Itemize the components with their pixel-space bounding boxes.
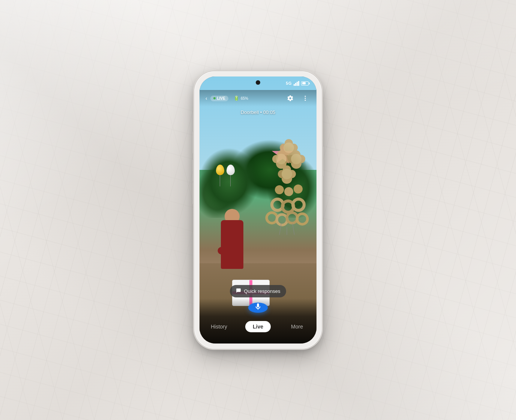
battery-fill <box>302 82 306 84</box>
battery-tip <box>309 82 310 84</box>
quick-responses-label: Quick responses <box>244 288 280 294</box>
tab-live-pill: Live <box>245 321 271 332</box>
signal-strength <box>294 81 299 86</box>
phone-body: ★ <box>194 71 322 349</box>
settings-button[interactable] <box>285 93 296 104</box>
tab-live[interactable]: Live <box>238 319 278 334</box>
live-indicator-dot <box>213 97 216 99</box>
svg-point-21 <box>275 185 284 194</box>
tab-live-label: Live <box>253 324 263 330</box>
navigation-tabs: History Live More <box>200 319 316 334</box>
tab-history[interactable]: History <box>200 321 238 332</box>
app-battery-status: 🔋 65% <box>234 96 248 101</box>
signal-bar-1 <box>294 84 295 86</box>
person-body <box>221 220 243 269</box>
live-label: LIVE <box>217 96 225 100</box>
header-left: ‹ LIVE 🔋 65% <box>206 95 248 101</box>
signal-bar-4 <box>298 81 299 86</box>
header-right <box>285 93 310 104</box>
svg-point-22 <box>284 187 293 196</box>
live-badge: LIVE <box>210 96 228 101</box>
phone-mockup: ★ <box>194 71 322 349</box>
quick-responses-icon <box>236 288 241 294</box>
tab-history-label: History <box>211 324 227 330</box>
tab-more[interactable]: More <box>278 321 316 332</box>
svg-point-15 <box>291 154 302 164</box>
status-right: 5G <box>286 81 310 86</box>
camera-title-text: Doorbell • 00:05 <box>241 110 276 115</box>
back-chevron-icon[interactable]: ‹ <box>206 95 207 101</box>
balloon-yellow <box>216 165 224 175</box>
balloon-white-item <box>226 165 235 186</box>
signal-bar-2 <box>295 83 296 86</box>
signal-bar-3 <box>297 82 298 86</box>
person-figure <box>217 209 247 269</box>
balloon-string-yellow <box>220 175 220 186</box>
flower-balloon-cluster: ★ <box>259 130 313 242</box>
small-balloons <box>216 165 235 186</box>
svg-point-20 <box>282 169 292 179</box>
svg-point-27 <box>267 213 277 223</box>
network-indicator: 5G <box>286 81 292 86</box>
balloon-white <box>226 165 235 175</box>
battery-indicator <box>301 81 310 86</box>
tab-more-label: More <box>291 324 303 330</box>
balloon-string-white <box>230 175 231 186</box>
microphone-button[interactable] <box>248 303 268 313</box>
camera-notch <box>256 80 260 85</box>
svg-line-33 <box>292 224 294 235</box>
person-arm <box>216 246 244 262</box>
battery-body <box>301 81 309 86</box>
svg-point-5 <box>284 142 294 153</box>
camera-title: Doorbell • 00:05 <box>200 109 316 116</box>
svg-point-28 <box>277 214 287 225</box>
balloon-yellow-item <box>216 165 224 186</box>
svg-point-34 <box>305 96 306 97</box>
svg-point-36 <box>305 100 306 101</box>
more-options-button[interactable] <box>300 93 310 104</box>
bottom-controls: Quick responses History <box>200 298 316 344</box>
battery-percent-text: 65% <box>241 96 248 100</box>
app-header: ‹ LIVE 🔋 65% <box>200 90 316 106</box>
svg-point-10 <box>276 154 286 164</box>
microphone-icon <box>254 303 262 313</box>
quick-responses-button[interactable]: Quick responses <box>230 285 286 297</box>
phone-screen: ★ <box>200 76 316 344</box>
svg-point-23 <box>294 184 303 194</box>
svg-point-35 <box>305 98 306 99</box>
